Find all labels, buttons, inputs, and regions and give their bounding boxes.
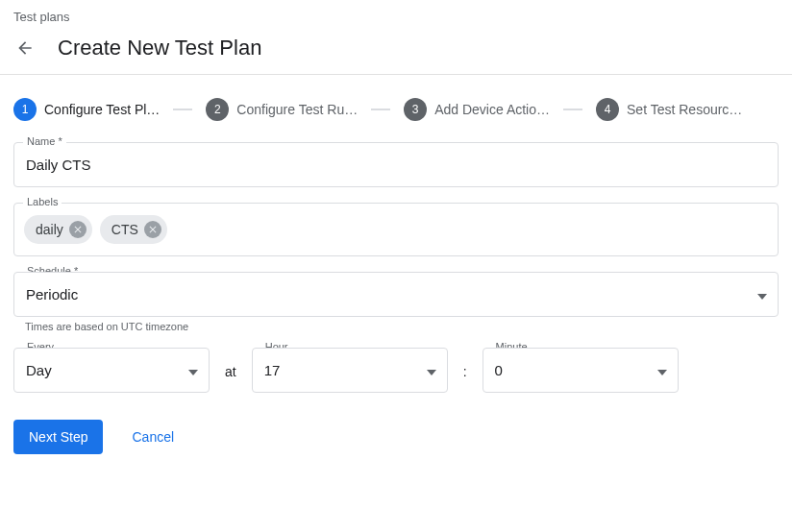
step-4[interactable]: 4 Set Test Resourc… (596, 98, 742, 121)
name-input[interactable] (13, 142, 779, 187)
minute-select[interactable]: 0 (483, 348, 679, 393)
step-3[interactable]: 3 Add Device Actio… (404, 98, 550, 121)
at-text: at (221, 364, 240, 393)
step-connector (371, 109, 390, 110)
schedule-field-wrapper: Schedule * Periodic (13, 272, 779, 317)
cancel-button[interactable]: Cancel (132, 429, 174, 445)
chip-remove-icon[interactable] (69, 221, 87, 238)
step-label-1: Configure Test Pl… (44, 102, 160, 117)
name-field-wrapper: Name * (13, 142, 779, 187)
minute-field: Minute 0 (483, 348, 679, 393)
step-2[interactable]: 2 Configure Test Ru… (206, 98, 358, 121)
step-label-2: Configure Test Ru… (236, 102, 358, 117)
schedule-helper-text: Times are based on UTC timezone (25, 321, 779, 332)
every-field: Every Day (13, 348, 210, 393)
chip-text: CTS (111, 222, 138, 237)
breadcrumb[interactable]: Test plans (0, 0, 792, 30)
stepper: 1 Configure Test Pl… 2 Configure Test Ru… (0, 75, 792, 142)
next-step-button[interactable]: Next Step (13, 420, 103, 454)
step-circle-4: 4 (596, 98, 619, 121)
hour-field: Hour 17 (252, 348, 448, 393)
step-circle-1: 1 (13, 98, 37, 121)
chip-text: daily (36, 222, 63, 237)
back-arrow-icon[interactable] (13, 36, 37, 60)
schedule-select[interactable]: Periodic (13, 272, 779, 317)
colon-text: : (459, 364, 471, 393)
step-1[interactable]: 1 Configure Test Pl… (13, 98, 160, 121)
actions: Next Step Cancel (0, 393, 792, 473)
step-label-4: Set Test Resourc… (627, 102, 742, 117)
step-connector (563, 109, 582, 110)
page-title: Create New Test Plan (58, 36, 261, 60)
labels-input[interactable]: daily CTS (13, 203, 779, 256)
step-connector (173, 109, 192, 110)
header: Create New Test Plan (0, 30, 792, 74)
every-select[interactable]: Day (13, 348, 210, 393)
step-circle-2: 2 (206, 98, 229, 121)
labels-label: Labels (23, 196, 62, 207)
labels-field-wrapper: Labels daily CTS (13, 203, 779, 256)
chip-daily: daily (24, 215, 92, 244)
form: Name * Labels daily CTS Schedule * Perio… (0, 142, 792, 393)
step-label-3: Add Device Actio… (434, 102, 550, 117)
chip-remove-icon[interactable] (144, 221, 161, 238)
hour-select[interactable]: 17 (252, 348, 448, 393)
name-label: Name * (23, 135, 66, 147)
chip-cts: CTS (100, 215, 167, 244)
schedule-row: Every Day at Hour 17 : Minute 0 (13, 348, 779, 393)
step-circle-3: 3 (404, 98, 427, 121)
